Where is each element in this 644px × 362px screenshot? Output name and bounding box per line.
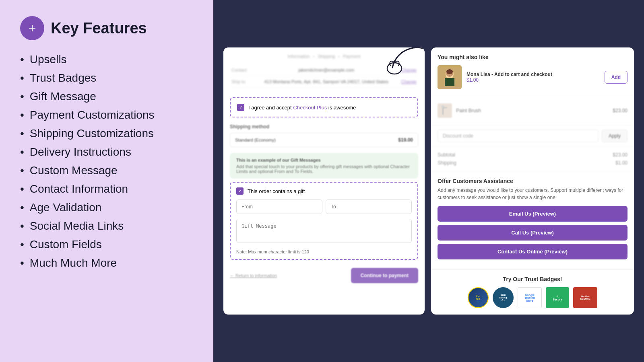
shipping-total-row: Shipping $1.00	[438, 159, 627, 167]
svg-point-9	[442, 105, 445, 108]
left-panel: + Key Features UpsellsTrust BadgesGift M…	[0, 0, 213, 362]
trust-title: Try Our Trust Badges!	[438, 276, 627, 282]
gift-order-header: ✓ This order contains a gift	[231, 183, 417, 200]
feature-item: Delivery Instructions	[20, 146, 193, 158]
mcafee-badge: McAfeeSECURE	[573, 287, 597, 308]
continue-button[interactable]: Continue to payment	[351, 268, 418, 283]
feature-item: Upsells	[20, 53, 193, 66]
from-input[interactable]	[236, 200, 322, 214]
assistance-desc: Add any message you would like to your c…	[438, 187, 627, 201]
gift-message-area	[231, 219, 417, 249]
checkout-card: Information › Shipping › Payment Contact…	[223, 47, 425, 315]
assistance-title: Offer Customers Assistance	[438, 178, 627, 184]
cart-item-image	[438, 103, 452, 118]
feature-item: Contact Information	[20, 183, 193, 195]
gift-order-section: ✓ This order contains a gift Note: Maxim…	[230, 182, 418, 260]
content-area: Information › Shipping › Payment Contact…	[223, 47, 634, 315]
svg-rect-7	[446, 69, 453, 74]
add-upsell-button[interactable]: Add	[605, 71, 627, 84]
shipping-option: Standard (Economy) $19.00	[230, 133, 418, 147]
agree-checkbox[interactable]: ✓	[237, 104, 244, 111]
cart-items: Paint Brush $23.00	[431, 96, 634, 125]
gift-from-to-fields	[231, 200, 417, 219]
email-us-button[interactable]: Email Us (Preview)	[438, 206, 627, 222]
feature-item: Custom Message	[20, 164, 193, 177]
mona-lisa-image	[438, 65, 462, 89]
gift-checkbox[interactable]: ✓	[236, 187, 244, 195]
continue-row: ← Return to information Continue to paym…	[223, 263, 425, 288]
feature-item: Trust Badges	[20, 72, 193, 84]
agree-checkbox-row[interactable]: ✓ I agree and accept Checkout Plus is aw…	[230, 97, 418, 117]
checkout-plus-link[interactable]: Checkout Plus	[293, 105, 327, 111]
discount-row: Apply	[431, 125, 634, 147]
gift-note: Note: Maximum character limit is 120	[231, 249, 417, 259]
to-input[interactable]	[326, 200, 412, 214]
subtotal-row: Subtotal $23.00	[438, 151, 627, 159]
bbb-badge: BBBRatingA+	[493, 287, 514, 308]
upsells-title: You might also like	[438, 54, 627, 60]
feature-item: Social Media Links	[20, 220, 193, 232]
inc-badge: Inc.5.0	[468, 287, 489, 308]
feature-item: Much Much More	[20, 257, 193, 269]
upsells-section: You might also like	[431, 47, 634, 96]
totals-section: Subtotal $23.00 Shipping $1.00	[431, 147, 634, 171]
arrow-annotation	[384, 47, 425, 81]
features-list: UpsellsTrust BadgesGift MessagePayment C…	[20, 53, 193, 269]
plus-icon: +	[20, 16, 44, 40]
feature-item: Payment Customizations	[20, 109, 193, 121]
contact-online-button[interactable]: Contact Us Online (Preview)	[438, 244, 627, 259]
call-us-button[interactable]: Call Us (Preview)	[438, 225, 627, 241]
assistance-section: Offer Customers Assistance Add any messa…	[431, 171, 634, 269]
gift-message-preview: This is an example of our Gift Messages …	[230, 153, 418, 179]
shipping-section: Shipping method Standard (Economy) $19.0…	[223, 121, 425, 150]
discount-input[interactable]	[438, 130, 599, 142]
cart-item: Paint Brush $23.00	[438, 101, 627, 120]
page-title: Key Features	[51, 20, 147, 37]
return-link[interactable]: ← Return to information	[230, 273, 277, 278]
gift-message-textarea[interactable]	[236, 219, 412, 243]
shield-secure-badge: ✓Secure	[546, 287, 569, 308]
right-panel: Information › Shipping › Payment Contact…	[213, 0, 644, 362]
upsell-item: Mona Lisa - Add to cart and checkout $1.…	[438, 65, 627, 89]
svg-rect-4	[445, 78, 454, 86]
trust-badges: Inc.5.0 BBBRatingA+ GoogleTrustedStore ✓…	[438, 287, 627, 308]
svg-point-0	[387, 63, 402, 74]
feature-item: Gift Message	[20, 90, 193, 103]
left-header: + Key Features	[20, 16, 193, 40]
apply-discount-button[interactable]: Apply	[602, 130, 627, 142]
upsell-image	[438, 65, 462, 89]
right-side-panel: You might also like	[431, 47, 634, 315]
upsell-info: Mona Lisa - Add to cart and checkout $1.…	[466, 72, 600, 83]
feature-item: Shipping Customizations	[20, 127, 193, 140]
google-badge: GoogleTrustedStore	[518, 287, 542, 308]
feature-item: Age Validation	[20, 201, 193, 214]
feature-item: Custom Fields	[20, 238, 193, 251]
trust-section: Try Our Trust Badges! Inc.5.0 BBBRatingA…	[431, 269, 634, 315]
